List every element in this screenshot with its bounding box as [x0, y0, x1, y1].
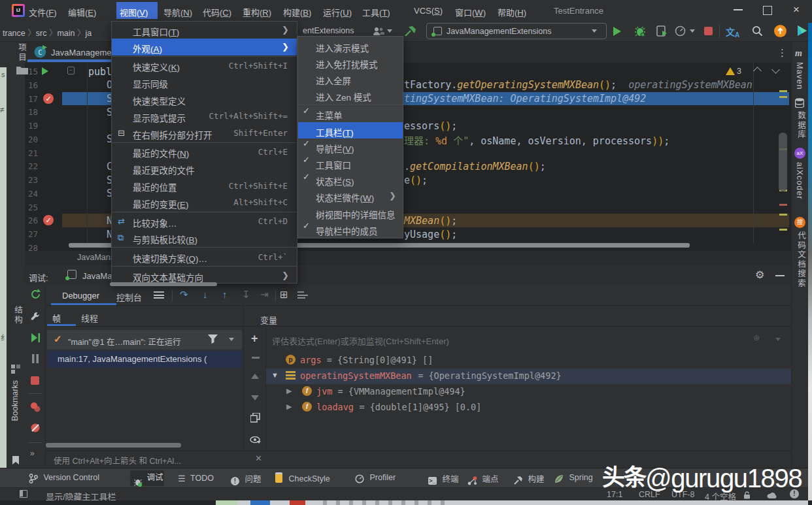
variable-row[interactable]: ▶fjvm= {VMManagementImpl@494} [266, 384, 791, 400]
toolwindow-terminal[interactable]: >_ 终端 [428, 472, 458, 485]
run-line-icon[interactable] [42, 67, 48, 75]
layout-menu-icon[interactable] [154, 291, 164, 299]
editor-scrollbar-thumb[interactable] [779, 133, 787, 191]
breadcrumb-item[interactable]: main [57, 29, 75, 38]
variable-row[interactable]: ▼operatingSystemMXBean= {OperatingSystem… [266, 368, 791, 384]
prev-warning-icon[interactable] [753, 67, 762, 75]
toolwindow-problems[interactable]: ! 问题 [231, 472, 261, 485]
debug-button[interactable] [634, 25, 646, 37]
menubar-item[interactable]: 编辑(E) [68, 6, 96, 18]
eval-expand-icon[interactable]: ⊕ [753, 333, 760, 342]
toolwindow-debug[interactable]: 调试 [130, 470, 164, 486]
tab-console[interactable]: 控制台 [116, 291, 142, 303]
run-config-selector[interactable]: JavaManagementExtensions [426, 23, 607, 39]
debug-minimize-icon[interactable] [775, 275, 785, 276]
stripe-tab-aixcoder[interactable]: aiXcoder [795, 162, 804, 199]
fold-marker-icon[interactable]: − [67, 67, 75, 74]
next-warning-icon[interactable] [771, 65, 780, 74]
code-with-me-users-icon[interactable] [373, 26, 384, 37]
menu-item[interactable]: 状态栏微件(W)❯ [298, 188, 403, 204]
evaluate-input[interactable]: 评估表达式(Enter)或添加监视(Ctrl+Shift+Enter) ⊕ [266, 327, 791, 345]
stripe-tab-bookmarks[interactable]: Bookmarks [10, 380, 20, 421]
rerun-button[interactable] [30, 289, 41, 300]
settings-sliders-icon[interactable] [297, 291, 308, 299]
menubar-item[interactable]: VCS(S) [414, 6, 443, 16]
chevron-down-icon[interactable]: ▼ [271, 371, 279, 379]
toolwindow-checkstyle[interactable]: CheckStyle [275, 472, 330, 484]
menu-item[interactable]: 显示隐式提示Ctrl+Alt+Shift+= [112, 108, 297, 125]
aix-plugin-icon[interactable] [796, 24, 809, 37]
maximize-button[interactable] [763, 6, 772, 15]
menu-item[interactable]: 工具窗口(T)❯ [112, 22, 297, 39]
minimize-button[interactable] [734, 9, 743, 10]
stop-debug-button[interactable] [31, 376, 39, 385]
stripe-tab-structure[interactable]: 结构 [12, 306, 24, 325]
more-actions-button[interactable]: » [30, 449, 35, 458]
debug-settings-wrench-icon[interactable] [30, 311, 41, 321]
chevron-right-icon[interactable]: ▶ [286, 387, 292, 395]
menubar-item[interactable]: 构建(B) [283, 6, 311, 18]
toolwindow-version-control[interactable]: Version Control [29, 472, 99, 484]
mute-breakpoints-button[interactable] [30, 423, 41, 433]
menu-item[interactable]: ✓工具窗口 [298, 155, 403, 171]
menu-item[interactable]: 快速定义(K)Ctrl+Shift+I [112, 57, 297, 74]
menu-item[interactable]: ✓导航栏中的成员 [298, 221, 403, 237]
search-everywhere-button[interactable] [752, 25, 763, 37]
toolwindow-toggle-icon[interactable] [20, 490, 27, 498]
build-hammer-icon[interactable] [403, 24, 417, 39]
view-options-icon[interactable] [250, 435, 260, 443]
resume-button[interactable] [30, 333, 41, 343]
menu-item[interactable]: ⧉与剪贴板比较(B) [112, 230, 297, 247]
force-step-into-icon[interactable]: ↧ [242, 289, 250, 301]
menu-item[interactable]: 树视图中的详细信息 [298, 204, 403, 221]
thread-dropdown-icon[interactable] [229, 338, 234, 341]
menubar-item[interactable]: 工具(T) [362, 6, 390, 18]
menu-item[interactable]: 进入全屏 [298, 71, 403, 87]
menubar-item[interactable]: 帮助(H) [498, 6, 526, 18]
move-down-icon[interactable] [251, 395, 259, 400]
menu-item[interactable]: 最近的位置Ctrl+Shift+E [112, 177, 297, 194]
run-to-cursor-icon[interactable]: ⇥ [260, 289, 269, 301]
step-over-icon[interactable]: ↷ [180, 289, 188, 301]
toolwindow-todo[interactable]: ☰ TODO [178, 472, 214, 484]
menu-item[interactable]: ✓导航栏(V) [298, 138, 403, 155]
toolwindow-profiler[interactable]: Profiler [355, 472, 396, 484]
duplicate-icon[interactable] [250, 413, 259, 421]
add-watch-icon[interactable]: + [251, 332, 258, 346]
inspections-widget[interactable]: 3 [726, 65, 791, 80]
menu-item[interactable]: 最近的文件(N)Ctrl+E [112, 144, 297, 161]
menu-item[interactable]: 最近更改的文件 [112, 160, 297, 177]
menu-item[interactable]: 工具栏(T) [298, 122, 403, 138]
step-into-icon[interactable]: ↓ [203, 289, 208, 300]
frame-item[interactable]: main:17, JavaManagementExtensions ( [47, 351, 242, 368]
stripe-tab-project[interactable]: 项目 [13, 42, 31, 80]
toolwindow-endpoints[interactable]: 端点 [467, 472, 498, 486]
view-breakpoints-button[interactable] [30, 402, 41, 412]
menu-item[interactable]: ✓主菜单 [298, 106, 403, 122]
stripe-tab-maven[interactable]: Maven [795, 62, 804, 90]
stripe-tab-database[interactable]: 数据库 [795, 111, 807, 140]
pause-button[interactable] [31, 354, 40, 363]
hint-close-icon[interactable]: ✕ [255, 453, 262, 463]
menu-item[interactable]: 显示同级 [112, 74, 297, 91]
menubar-item[interactable]: 窗口(W) [455, 6, 486, 18]
editor-tab-label[interactable]: JavaManagemen [51, 48, 116, 57]
breadcrumb-item[interactable]: trance [3, 29, 25, 38]
menubar-item[interactable]: 运行(U) [323, 6, 352, 18]
step-out-icon[interactable]: ↑ [222, 289, 228, 300]
evaluate-expression-icon[interactable]: ⊞ [280, 289, 288, 301]
breakpoint-icon[interactable]: ✓ [43, 215, 54, 225]
breadcrumb-item[interactable]: ja [86, 29, 92, 38]
menu-item[interactable]: ⇄比较对象…Ctrl+D [112, 213, 297, 230]
tab-threads[interactable]: 线程 [81, 312, 98, 324]
profiler-button[interactable] [675, 25, 686, 37]
debug-settings-gear-icon[interactable]: ⚙ [755, 269, 764, 281]
close-button[interactable]: × [793, 3, 800, 16]
translate-button[interactable]: 文A [726, 25, 741, 38]
stop-button[interactable] [704, 27, 713, 35]
menu-item[interactable]: 最近的变更(E)Alt+Shift+C [112, 194, 297, 211]
run-button[interactable] [613, 27, 621, 36]
menu-item[interactable]: ⊟在右侧拆分部分打开Shift+Enter [112, 125, 297, 142]
menubar-item[interactable]: 导航(N) [163, 6, 192, 18]
frames-scrollbar-thumb[interactable] [46, 443, 181, 448]
